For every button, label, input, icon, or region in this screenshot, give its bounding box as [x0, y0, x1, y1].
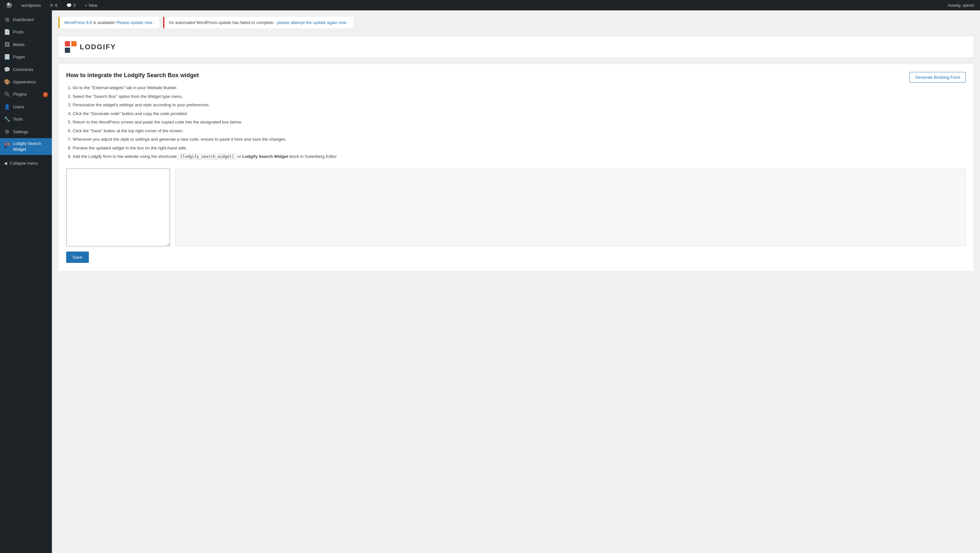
updates-item[interactable]: ⟳ 6	[47, 0, 60, 10]
sidebar-item-dashboard[interactable]: ⊞ Dashboard	[0, 14, 52, 26]
sidebar-item-tools[interactable]: 🔧 Tools	[0, 113, 52, 126]
users-icon: 👤	[4, 103, 10, 111]
sidebar-item-lodgify[interactable]: Lodgify Search Widget	[0, 138, 52, 155]
collapse-menu-button[interactable]: ◀ Collapse menu	[0, 158, 52, 168]
sidebar-item-comments[interactable]: 💬 Comments	[0, 64, 52, 76]
sidebar-item-label: Tools	[13, 116, 23, 122]
adminbar-left: wordpress ⟳ 6 💬 0 + New	[3, 0, 100, 10]
posts-icon: 📄	[4, 29, 10, 36]
wordpress-version-link[interactable]: WordPress 6.6	[64, 20, 92, 25]
lodgify-icon-svg	[5, 143, 10, 148]
new-item[interactable]: + New	[82, 0, 100, 10]
media-icon: 🖼	[4, 41, 10, 48]
instruction-4: Click the "Generate code" button and cop…	[73, 111, 337, 117]
sidebar-item-posts[interactable]: 📄 Posts	[0, 26, 52, 38]
tools-icon: 🔧	[4, 116, 10, 123]
plugins-icon: 🔌	[4, 91, 10, 98]
collapse-label: Collapse menu	[10, 161, 38, 166]
update-available-notice: WordPress 6.6 is available! Please updat…	[58, 17, 159, 28]
sidebar-item-plugins[interactable]: 🔌 Plugins 2	[0, 88, 52, 100]
svg-rect-3	[65, 41, 70, 46]
plugin-header: LODGIFY	[58, 37, 974, 58]
failed-update-text: An automated WordPress update has failed…	[169, 20, 277, 25]
plus-icon: +	[84, 3, 87, 8]
sidebar-item-media[interactable]: 🖼 Media	[0, 38, 52, 51]
sidebar-item-label: Lodgify Search Widget	[13, 141, 48, 153]
comments-icon: 💬	[67, 3, 72, 8]
attempt-update-link[interactable]: please attempt the update again now	[277, 20, 346, 25]
sidebar-item-settings[interactable]: ⚙ Settings	[0, 126, 52, 138]
comments-menu-icon: 💬	[4, 66, 10, 73]
sidebar-item-pages[interactable]: 📃 Pages	[0, 51, 52, 63]
gutenberg-block-name: Lodgify Search Widget	[242, 154, 288, 159]
sidebar-item-appearance[interactable]: 🎨 Appearance	[0, 76, 52, 88]
notice-suffix-2: .	[347, 20, 348, 25]
instruction-8: Preview the updated widget in the box on…	[73, 145, 337, 151]
update-count: 6	[55, 3, 57, 8]
instruction-9-suffix: block in Gutenberg Editor	[289, 154, 337, 159]
instruction-9-middle: or	[237, 154, 242, 159]
pages-icon: 📃	[4, 54, 10, 60]
admin-menu: ⊞ Dashboard 📄 Posts 🖼 Media 📃 Pages 💬 Co…	[0, 10, 52, 553]
instruction-1: Go to the "External widgets" tab in your…	[73, 84, 337, 91]
sidebar-item-label: Plugins	[13, 91, 27, 97]
sidebar-item-label: Posts	[13, 29, 24, 35]
comments-item[interactable]: 💬 0	[64, 0, 78, 10]
howdy-text: Howdy, admin	[945, 3, 977, 8]
main-content: WordPress 6.6 is available! Please updat…	[52, 10, 980, 553]
generate-booking-form-button[interactable]: Generate Booking Form	[910, 72, 966, 83]
instruction-6: Click the "Save" button at the top right…	[73, 128, 337, 134]
instruction-9: Add the Lodgify form to the website usin…	[73, 153, 337, 160]
dashboard-icon: ⊞	[4, 16, 10, 23]
code-input[interactable]	[66, 168, 170, 246]
new-label: New	[89, 3, 97, 8]
sidebar-item-users[interactable]: 👤 Users	[0, 101, 52, 113]
sidebar-item-label: Comments	[13, 67, 33, 73]
sidebar-item-label: Settings	[13, 129, 28, 135]
svg-rect-1	[8, 143, 10, 145]
instruction-3: Personalize the widget's settings and st…	[73, 102, 337, 108]
appearance-icon: 🎨	[4, 78, 10, 86]
instruction-5: Return to this WordPress screen and past…	[73, 119, 337, 126]
lodgify-logo: LODGIFY	[65, 41, 116, 53]
failed-update-notice: An automated WordPress update has failed…	[163, 17, 353, 28]
admin-bar: wordpress ⟳ 6 💬 0 + New Howdy, admin	[0, 0, 980, 10]
sidebar-item-label: Appearance	[13, 79, 36, 85]
page-title: How to integrate the Lodgify Search Box …	[66, 72, 337, 79]
save-button[interactable]: Save	[66, 251, 89, 263]
lodgify-logo-icon	[65, 41, 76, 53]
notices-row: WordPress 6.6 is available! Please updat…	[58, 17, 974, 32]
instruction-9-prefix: Add the Lodgify form to the website usin…	[73, 154, 178, 159]
notice-suffix-1: .	[153, 20, 155, 25]
sidebar-item-label: Users	[13, 104, 24, 110]
updates-icon: ⟳	[50, 3, 54, 8]
sidebar-item-label: Dashboard	[13, 17, 34, 23]
widget-preview-box	[175, 168, 966, 246]
wp-icon	[6, 2, 12, 8]
instruction-2: Select the "Search Box" option from the …	[73, 93, 337, 100]
instructions-section: How to integrate the Lodgify Search Box …	[66, 72, 337, 162]
widget-area	[66, 168, 966, 246]
svg-rect-5	[65, 48, 70, 53]
lodgify-menu-icon	[4, 143, 10, 150]
sidebar-item-label: Media	[13, 42, 24, 48]
svg-rect-2	[5, 146, 7, 148]
wp-layout: ⊞ Dashboard 📄 Posts 🖼 Media 📃 Pages 💬 Co…	[0, 10, 980, 553]
please-update-link[interactable]: Please update now	[116, 20, 153, 25]
lodgify-wordmark: LODGIFY	[80, 43, 116, 51]
wp-logo-item[interactable]	[3, 0, 15, 10]
instructions-header: How to integrate the Lodgify Search Box …	[66, 72, 966, 162]
site-name-item[interactable]: wordpress	[19, 0, 43, 10]
svg-rect-4	[72, 41, 76, 46]
lodgify-logo-svg	[65, 41, 76, 53]
instruction-7: Whenever you adjust the style or setting…	[73, 136, 337, 143]
notice-text-1: is available!	[93, 20, 116, 25]
shortcode-badge: [lodgify_search_widget]	[178, 153, 236, 160]
settings-icon: ⚙	[4, 129, 10, 135]
collapse-icon: ◀	[4, 161, 7, 166]
main-page-card: How to integrate the Lodgify Search Box …	[58, 64, 974, 271]
comments-count: 0	[73, 3, 76, 8]
instructions-list: Go to the "External widgets" tab in your…	[66, 84, 337, 160]
site-name: wordpress	[21, 3, 41, 8]
sidebar-item-label: Pages	[13, 54, 25, 60]
